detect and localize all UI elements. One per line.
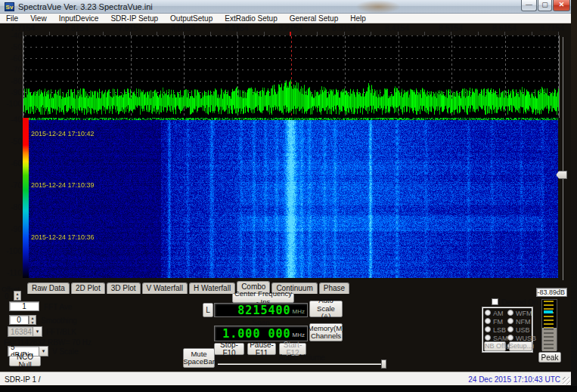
span-unit: MHz xyxy=(293,332,305,338)
demod-on-label: Demod On xyxy=(501,298,538,307)
nco-null-button[interactable]: NCO Null xyxy=(9,356,41,366)
status-device: SDR-IP 1 / xyxy=(5,375,41,384)
status-bar: SDR-IP 1 / 24 Dec 2015 17:10:43 UTC xyxy=(0,372,571,385)
audio-volume-track[interactable] xyxy=(218,363,386,365)
radio-wfm[interactable] xyxy=(507,310,513,316)
demod-on-checkbox[interactable] xyxy=(492,298,498,305)
fft-ave-input[interactable]: 1 xyxy=(9,301,39,311)
center-frequency-value: 8215400 xyxy=(237,304,290,317)
offset-spinner[interactable]: ▲▼ xyxy=(14,291,21,301)
minimize-button[interactable]: — xyxy=(521,0,537,11)
signal-level-readout: -83.89dB xyxy=(536,288,567,297)
span-value: 1.000 000 xyxy=(222,327,290,341)
spec-db-label: -50 xyxy=(2,42,22,51)
menu-inputdevice[interactable]: InputDevice xyxy=(53,14,105,23)
right-slider-track xyxy=(563,37,563,280)
audio-volume-label: Audio Volume xyxy=(218,353,386,362)
spec-db-label: -60 xyxy=(2,54,22,63)
desktop-bottom-edge xyxy=(0,386,577,392)
center-frequency-button[interactable]: Center Frequency - Ins xyxy=(232,293,294,303)
spec-db-label: -40 xyxy=(2,31,22,40)
span-display[interactable]: 1.000 000 MHz xyxy=(214,326,308,341)
close-button[interactable]: ✕ xyxy=(553,0,570,11)
titlebar-glass-reflection xyxy=(355,0,401,14)
menu-sdr-ip-setup[interactable]: SDR-IP Setup xyxy=(104,14,164,23)
signal-meter xyxy=(541,299,557,350)
fft-blk-combo[interactable]: 16384 ▼ xyxy=(8,326,42,337)
meter-scale-ticks xyxy=(544,301,554,328)
wf-db-label: -50 xyxy=(2,137,22,146)
fft-blk-label: FFT/BLK xyxy=(46,328,76,336)
waterfall-timestamp: 2015-12-24 17:10:36 xyxy=(31,233,95,241)
meter-lower-ticks xyxy=(544,329,554,350)
maximize-button[interactable]: ▢ xyxy=(538,0,552,11)
resize-grip[interactable] xyxy=(563,377,570,384)
center-frequency-display[interactable]: 8215400 MHz xyxy=(214,303,308,317)
radio-usb[interactable] xyxy=(507,326,513,332)
title-bar[interactable]: Sv SpectraVue Ver. 3.23 SpectraVue.ini —… xyxy=(0,0,571,14)
wf-db-label: -60 xyxy=(2,159,22,168)
waterfall-plot[interactable] xyxy=(29,118,558,278)
tab-v-waterfall[interactable]: V Waterfall xyxy=(142,282,188,294)
waterfall-timestamp: 2015-12-24 17:10:42 xyxy=(31,130,95,137)
radio-nfm[interactable] xyxy=(507,318,513,324)
menu-outputsetup[interactable]: OutputSetup xyxy=(164,14,219,23)
app-icon: Sv xyxy=(5,2,14,11)
freq-lock-button[interactable]: L xyxy=(203,303,213,317)
spec-db-label: -100 xyxy=(2,99,22,108)
fft-ave-label: FFT Ave xyxy=(44,303,72,311)
radio-fm[interactable] xyxy=(485,318,491,324)
fft-blk-value: 16384 xyxy=(8,328,33,336)
desktop-edge xyxy=(571,0,577,392)
tab-raw-data[interactable]: Raw Data xyxy=(27,282,70,294)
spectrum-plot[interactable] xyxy=(23,35,560,118)
v-scale-label: V Scale xyxy=(52,347,78,356)
dropdown-arrow-icon[interactable]: ▼ xyxy=(33,327,42,336)
window-title: SpectraVue Ver. 3.23 SpectraVue.ini xyxy=(18,2,153,11)
tab-phase[interactable]: Phase xyxy=(319,282,349,294)
spectravue-window: Sv SpectraVue Ver. 3.23 SpectraVue.ini —… xyxy=(0,0,577,392)
smoothing-input[interactable]: 0 xyxy=(9,315,29,325)
status-datetime: 24 Dec 2015 17:10:43 UTC xyxy=(468,375,560,384)
meter-level-indicator xyxy=(544,310,553,313)
wf-db-label: -80 xyxy=(2,202,22,211)
smoothing-spinner[interactable]: ▲▼ xyxy=(29,315,36,325)
menu-bar: File View InputDevice SDR-IP Setup Outpu… xyxy=(0,14,571,23)
spec-db-label: -70 xyxy=(2,65,22,74)
radio-am[interactable] xyxy=(485,310,491,316)
spec-db-label: -80 xyxy=(2,76,22,85)
smoothing-label: Smoothing xyxy=(41,316,77,325)
nb-off-button[interactable]: NB Off xyxy=(484,341,506,351)
menu-extradio-setup[interactable]: ExtRadio Setup xyxy=(219,14,284,23)
tab-h-waterfall[interactable]: H Waterfall xyxy=(189,282,235,294)
tab-2d-plot[interactable]: 2D Plot xyxy=(71,282,105,294)
menu-view[interactable]: View xyxy=(24,14,53,23)
center-frequency-unit: MHz xyxy=(293,308,305,315)
offset-value: 0 xyxy=(5,292,9,301)
audio-volume-handle[interactable] xyxy=(381,360,386,369)
wf-db-label: -100 xyxy=(2,246,22,255)
wf-db-label: -70 xyxy=(2,181,22,190)
setup-button[interactable]: Setup... xyxy=(509,341,532,351)
menu-help[interactable]: Help xyxy=(344,14,372,23)
waterfall-timestamp: 2015-12-24 17:10:39 xyxy=(31,181,95,189)
waterfall-colorbar xyxy=(23,118,29,278)
radio-sam[interactable] xyxy=(485,335,491,341)
menu-file[interactable]: File xyxy=(0,14,24,23)
tab-3d-plot[interactable]: 3D Plot xyxy=(107,282,141,294)
spec-db-label: -90 xyxy=(2,88,22,97)
peak-button[interactable]: Peak xyxy=(538,352,561,363)
memory-channels-button[interactable]: Memory(M) Channels xyxy=(309,323,343,341)
radio-wusb[interactable] xyxy=(507,335,513,341)
view-tabs: Raw Data 2D Plot 3D Plot V Waterfall H W… xyxy=(27,280,351,294)
wf-db-label: -90 xyxy=(2,224,22,233)
wf-db-label: -110 xyxy=(2,268,22,277)
radio-lsb[interactable] xyxy=(485,326,491,332)
wf-db-label: -40 xyxy=(2,115,22,124)
mute-button[interactable]: Mute SpaceBar xyxy=(183,348,215,368)
auto-scale-button[interactable]: Auto Scale (A) xyxy=(309,301,343,317)
menu-general-setup[interactable]: General Setup xyxy=(284,14,345,23)
